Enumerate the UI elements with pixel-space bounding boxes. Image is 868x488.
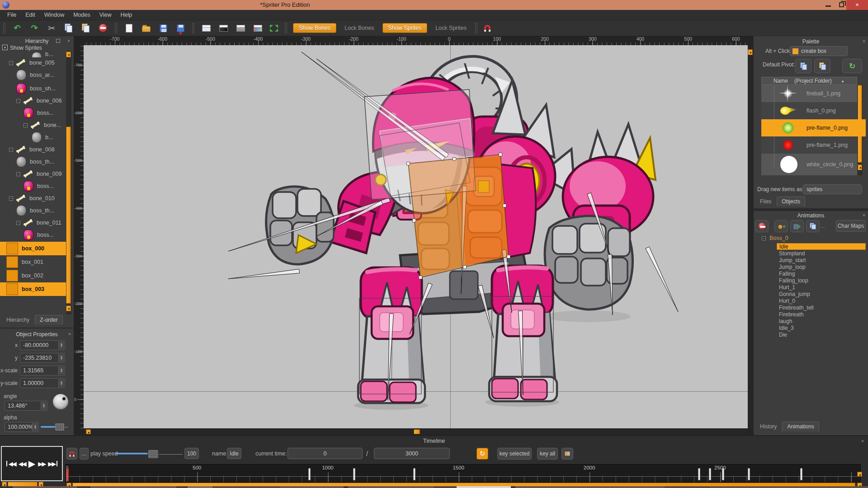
toolbar-grip[interactable] [3, 23, 6, 33]
hierarchy-tree-item[interactable]: − bone_008 [0, 144, 66, 155]
fullscreen-icon[interactable]: ◤◥◣◢ [269, 23, 278, 33]
snap-magnet-icon[interactable] [484, 25, 491, 32]
minimize-button[interactable] [826, 5, 831, 7]
keyframe-marker[interactable] [308, 468, 311, 480]
hierarchy-tree-item[interactable]: − boss_th... [0, 155, 66, 169]
redo-icon[interactable]: ↷ [29, 23, 40, 33]
window-gray-icon[interactable] [235, 23, 246, 33]
hierarchy-scrollbar[interactable] [66, 51, 71, 314]
alpha-input[interactable]: 100.000%▲▼ [5, 422, 39, 432]
animation-item[interactable]: laugh [754, 318, 868, 324]
delete-icon[interactable] [98, 23, 108, 33]
expander-icon[interactable]: − [762, 236, 766, 240]
prev-frame-button[interactable]: ◀◀ [19, 460, 26, 467]
cut-icon[interactable]: ✂ [46, 23, 57, 33]
float-panel-icon[interactable] [56, 39, 60, 43]
current-time-input[interactable]: 0 [288, 448, 363, 459]
magnet-toggle-button[interactable] [66, 448, 77, 460]
more-options-button[interactable]: ... [80, 448, 89, 460]
new-scene-button[interactable]: ▤+ [790, 220, 804, 232]
hierarchy-tree-item[interactable]: − box_003 [0, 282, 66, 296]
palette-file-row[interactable]: fireball_1.png [761, 85, 857, 102]
menu-item[interactable]: View [95, 12, 116, 18]
alpha-slider-track[interactable] [41, 426, 55, 428]
canvas-vscrollbar[interactable] [748, 45, 753, 428]
close-panel-icon[interactable]: × [861, 212, 867, 218]
animation-item[interactable]: Falling_loop [754, 277, 868, 284]
hierarchy-tree-item[interactable]: − bone_009 [0, 169, 66, 179]
tab[interactable]: History [755, 422, 781, 432]
angle-dial[interactable] [53, 394, 68, 409]
hierarchy-tree-item[interactable]: − bone_005 [0, 57, 66, 68]
palette-file-row[interactable]: pre-flame_1.png [761, 136, 857, 154]
hierarchy-tree-item[interactable]: − boss... [0, 179, 66, 193]
keyframe-marker[interactable] [800, 468, 802, 480]
play-speed-value[interactable]: 100 [184, 448, 199, 459]
tab[interactable]: Files [755, 197, 776, 206]
menu-item[interactable]: Help [116, 12, 137, 18]
hierarchy-tree-item[interactable]: − box_002 [0, 269, 66, 282]
hierarchy-tree-item[interactable]: − boss_th... [0, 204, 66, 217]
palette-file-row[interactable]: flash_0.png [761, 102, 857, 119]
create-box-field[interactable]: create box [790, 46, 848, 56]
hierarchy-tree-item[interactable]: − boss_ar... [0, 68, 66, 82]
copy-pivot-button[interactable] [795, 59, 811, 73]
canvas-hscrollbar[interactable] [84, 428, 748, 434]
expander-icon[interactable]: − [9, 61, 13, 65]
tab[interactable]: Z-order [35, 315, 62, 325]
window-dark-icon[interactable] [218, 23, 229, 33]
character-sprite[interactable] [84, 45, 748, 428]
hierarchy-tree-item[interactable]: − bone_006 [0, 95, 66, 106]
palette-list-header[interactable]: Name (Project Folder) ▴ [761, 77, 857, 85]
field-input[interactable]: 1.31565▲▼ [20, 366, 65, 375]
toolbar-grip[interactable] [114, 23, 118, 33]
keyframe-marker[interactable] [413, 468, 415, 480]
show-bones-button[interactable]: Show Bones [293, 23, 336, 33]
total-time-input[interactable]: 3000 [374, 448, 450, 459]
close-panel-icon[interactable]: × [861, 38, 867, 44]
window-light-icon[interactable] [201, 23, 212, 33]
char-maps-button[interactable]: Char Maps [836, 220, 866, 232]
maximize-button[interactable] [839, 2, 844, 7]
new-file-icon[interactable] [123, 23, 134, 33]
close-panel-icon[interactable]: × [860, 438, 865, 444]
expander-icon[interactable]: − [16, 99, 20, 103]
loop-toggle-button[interactable]: ↻ [476, 448, 488, 460]
hierarchy-tree-item[interactable]: − bone_011 [0, 217, 66, 228]
spinner[interactable]: ▲▼ [41, 402, 47, 410]
animation-group[interactable]: − Boss_0 [762, 235, 788, 241]
paste-icon[interactable] [80, 23, 91, 33]
expander-icon[interactable]: − [24, 123, 28, 127]
close-panel-icon[interactable]: × [67, 331, 72, 337]
save-plus-icon[interactable] [175, 23, 186, 33]
key-selected-button[interactable]: key selected [497, 448, 532, 460]
angle-input[interactable]: 13.486°▲▼ [5, 401, 47, 411]
refresh-pivot-button[interactable]: ↻ [842, 59, 862, 73]
lock-bones-button[interactable]: Lock Bones [339, 25, 379, 31]
expander-icon[interactable]: − [16, 221, 20, 225]
close-button[interactable]: × [846, 0, 868, 10]
duplicate-animation-button[interactable]: → [806, 220, 820, 232]
canvas[interactable] [84, 45, 748, 428]
paste-pivot-button[interactable] [814, 59, 830, 73]
splitter[interactable] [754, 208, 868, 211]
hierarchy-tree-item[interactable]: − bone_010 [0, 193, 66, 204]
field-input[interactable]: -80.00000▲▼ [20, 340, 65, 350]
scrollbar-button[interactable] [857, 472, 862, 477]
animation-item[interactable]: Hurt_0 [754, 297, 868, 304]
hierarchy-tree-item[interactable]: − boss... [0, 228, 66, 242]
palette-file-row[interactable]: pre-flame_0.png [761, 119, 866, 136]
animation-item[interactable]: Stompland [754, 250, 868, 257]
close-panel-icon[interactable]: × [66, 38, 71, 43]
spinner[interactable]: ▲▼ [58, 341, 64, 349]
hierarchy-tree-item[interactable]: − bone... [0, 120, 66, 131]
spinner[interactable]: ▲▼ [58, 354, 64, 362]
hierarchy-tree-item[interactable]: − b... [0, 51, 66, 57]
animation-item[interactable]: Gonna_jump [754, 291, 868, 297]
animation-item[interactable]: Jump_loop [754, 263, 868, 270]
spinner[interactable]: ▲▼ [58, 366, 64, 375]
menu-item[interactable]: Window [40, 12, 69, 18]
animation-item[interactable]: Falling [754, 270, 868, 277]
field-input[interactable]: -235.23810▲▼ [20, 353, 65, 363]
animation-item[interactable]: Die [754, 331, 868, 338]
